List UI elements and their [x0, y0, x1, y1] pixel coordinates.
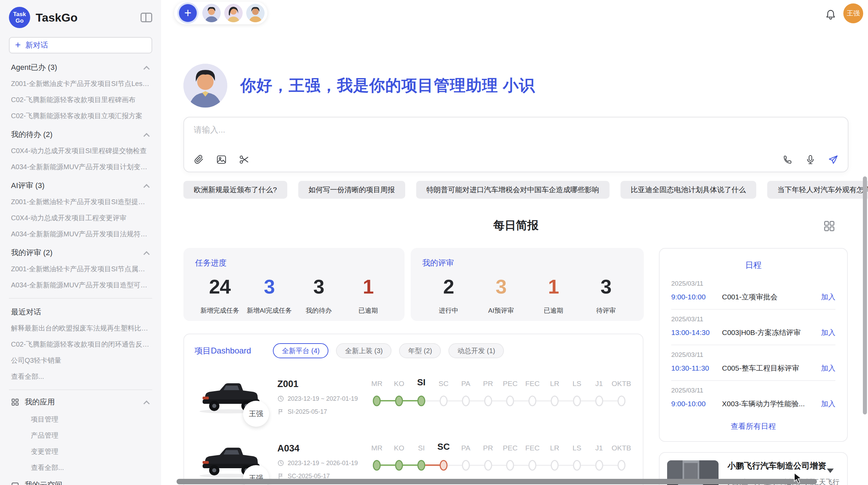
stat-item: 3待评审 — [580, 275, 632, 315]
app-subitem[interactable]: 变更管理 — [9, 444, 152, 460]
project-row[interactable]: 王强 Z001 2023-12-19 ~ 2027-01-19 SI-2025-… — [194, 371, 632, 423]
view-all-schedule-link[interactable]: 查看所有日程 — [671, 421, 835, 432]
milestone-node — [373, 460, 381, 471]
recent-item[interactable]: C02-飞腾新能源轻客改款项目的闭环通告反馈情况 — [9, 336, 152, 352]
app-subitem[interactable]: 项目管理 — [9, 411, 152, 427]
sidebar-section-header[interactable]: Agent已办 (3) — [9, 57, 152, 76]
sidebar-item[interactable]: Z001-全新燃油皮卡产品开发项目SI节点Lesson Learn报告 — [9, 76, 152, 92]
chat-input-card — [183, 117, 848, 172]
stat-item: 2进行中 — [422, 275, 475, 315]
add-session-button[interactable]: + — [179, 4, 197, 22]
sidebar-item[interactable]: A034-全新新能源MUV产品开发项目造型可行性评审 — [9, 277, 152, 293]
agent-avatar-2[interactable] — [224, 4, 243, 22]
milestone-label: OKTB — [610, 380, 632, 388]
scissors-icon[interactable] — [239, 154, 249, 165]
stat-label: AI预评审 — [475, 306, 527, 315]
sidebar-collapse-icon[interactable] — [141, 13, 152, 22]
chat-input[interactable] — [194, 125, 645, 135]
suggestion-chip[interactable]: 当下年轻人对汽车外观有怎样的喜好趋势 — [767, 181, 868, 199]
sidebar-item[interactable]: Z001-全新燃油轻卡产品开发项目SI节点属性5D文件评审 — [9, 261, 152, 277]
schedule-event: 2025/03/11 13:00-14:30 C003|H0B-方案冻结评审 加… — [671, 310, 835, 345]
sidebar-item-my-cloud[interactable]: 我的云空间 — [9, 476, 152, 485]
card-title: 任务进度 — [195, 258, 393, 268]
new-chat-button[interactable]: + 新对话 — [9, 37, 152, 53]
app-subitem[interactable]: 产品管理 — [9, 427, 152, 444]
milestone-label: SC — [432, 442, 455, 452]
recent-more-link[interactable]: 查看全部... — [9, 369, 152, 385]
join-link[interactable]: 加入 — [821, 399, 835, 409]
vertical-scrollbar[interactable] — [863, 176, 867, 414]
stat-label: 进行中 — [422, 306, 475, 315]
attachment-icon[interactable] — [194, 154, 204, 165]
milestone-label: MR — [366, 380, 388, 388]
sidebar-section-header[interactable]: 我的待办 (2) — [9, 124, 152, 143]
agent-avatar-3[interactable] — [246, 4, 265, 22]
milestone-node — [551, 460, 559, 471]
milestone-label: PEC — [499, 444, 521, 452]
milestone-label: SI — [410, 444, 433, 452]
image-upload-icon[interactable] — [216, 154, 227, 165]
sidebar-item-my-apps[interactable]: 我的应用 — [9, 393, 152, 411]
stat-value: 3 — [580, 275, 632, 298]
my-review-card: 我的评审 2进行中3AI预评审1已逾期3待评审 — [411, 248, 644, 321]
suggestion-chip[interactable]: 欧洲新规最近颁布了什么? — [183, 181, 287, 199]
phone-call-icon[interactable] — [783, 154, 793, 165]
milestone-node — [551, 396, 559, 406]
dashboard-filter[interactable]: 全新平台 (4) — [273, 343, 328, 358]
event-name: C005-整车工程目标评审 — [715, 363, 821, 373]
recent-item[interactable]: 解释最新出台的欧盟报废车法规再生塑料比例被调至15%... — [9, 320, 152, 336]
event-time: 9:00-10:00 — [671, 293, 715, 301]
chevron-up-icon — [143, 400, 149, 407]
dashboard-filter[interactable]: 年型 (2) — [399, 343, 441, 358]
join-link[interactable]: 加入 — [821, 328, 835, 337]
sidebar-item[interactable]: A034-全新新能源MUV产品开发项目计划变更表编写 — [9, 159, 152, 175]
join-link[interactable]: 加入 — [821, 292, 835, 302]
milestone-label: KO — [388, 444, 410, 452]
suggestion-chips: 欧洲新规最近颁布了什么?如何写一份清晰的项目周报特朗普可能对进口汽车增税会对中国… — [183, 181, 848, 199]
sidebar-section-header[interactable]: 我的评审 (2) — [9, 242, 152, 261]
sidebar-item[interactable]: C0X4-动力总成开发项目SI里程碑提交物检查 — [9, 143, 152, 159]
dashboard-filter[interactable]: 全新上装 (3) — [336, 343, 391, 358]
milestone-node — [506, 396, 514, 406]
sidebar: Task Go TaskGo + 新对话 Agent已办 (3)Z001-全新燃… — [0, 0, 161, 485]
flag-icon — [277, 473, 284, 480]
send-icon[interactable] — [828, 154, 838, 165]
stat-value: 3 — [244, 275, 294, 298]
join-link[interactable]: 加入 — [821, 363, 835, 373]
milestone-node — [506, 460, 514, 471]
milestone-node — [595, 460, 603, 471]
layout-grid-icon[interactable] — [823, 220, 835, 232]
project-code: A034 — [277, 443, 366, 454]
sidebar-section-header[interactable]: AI评审 (3) — [9, 175, 152, 194]
recent-item[interactable]: 公司Q3轻卡销量 — [9, 352, 152, 369]
project-code: Z001 — [277, 379, 366, 389]
suggestion-chip[interactable]: 如何写一份清晰的项目周报 — [298, 181, 405, 199]
stat-label: 我的待办 — [294, 306, 343, 315]
milestone-label: FEC — [521, 444, 544, 452]
stat-item: 3新增AI完成任务 — [244, 275, 294, 315]
sidebar-item[interactable]: Z001-全新燃油轻卡产品开发项目SI造型提交物评审 — [9, 194, 152, 210]
agent-avatar-1[interactable] — [202, 4, 221, 22]
project-row[interactable]: 王强 A034 2023-12-19 ~ 2026-01-19 SC-2025-… — [194, 436, 632, 485]
chevron-up-icon — [143, 66, 149, 72]
milestone-track: MRKOSISCPAPRPECFECLRLSJ1OKTB — [366, 440, 632, 479]
sidebar-item[interactable]: C0X4-动力总成开发项目工程变更评审 — [9, 210, 152, 226]
notification-bell-icon[interactable] — [825, 9, 836, 21]
microphone-icon[interactable] — [805, 154, 816, 165]
suggestion-chip[interactable]: 特朗普可能对进口汽车增税会对中国车企造成哪些影响 — [416, 181, 610, 199]
stat-value: 1 — [527, 275, 580, 298]
apps-more-link[interactable]: 查看全部... — [9, 460, 152, 476]
stat-label: 新增AI完成任务 — [244, 306, 294, 315]
user-avatar[interactable]: 王强 — [843, 3, 863, 23]
sidebar-item[interactable]: C02-飞腾新能源轻客改款项目立项汇报方案 — [9, 108, 152, 124]
event-date: 2025/03/11 — [671, 351, 835, 359]
horizontal-scrollbar[interactable] — [177, 479, 817, 484]
stat-label: 待评审 — [580, 306, 632, 315]
chevron-up-icon — [143, 251, 149, 257]
dashboard-filter[interactable]: 动总开发 (1) — [448, 343, 504, 358]
sidebar-item[interactable]: A034-全新新能源MUV产品开发项目法规符合性评审 — [9, 226, 152, 242]
scroll-down-arrow[interactable] — [827, 469, 834, 473]
schedule-title: 日程 — [671, 260, 835, 271]
suggestion-chip[interactable]: 比亚迪全固态电池计划具体说了什么 — [620, 181, 756, 199]
sidebar-item[interactable]: C02-飞腾新能源轻客改款项目里程碑画布 — [9, 92, 152, 108]
